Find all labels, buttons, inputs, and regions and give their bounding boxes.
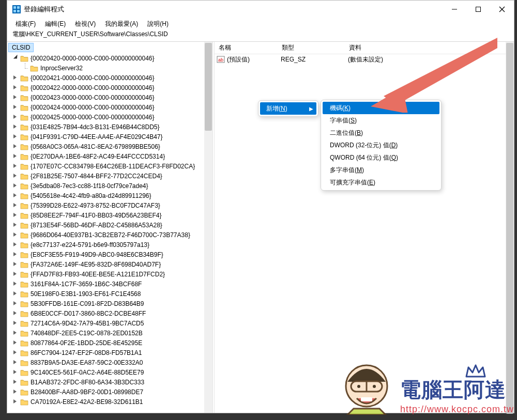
tree-node[interactable]: {041F9391-C79D-44EE-AA4E-AF4E029C4B47} [7, 132, 212, 142]
expander-closed-icon[interactable] [12, 134, 18, 139]
close-button[interactable] [490, 1, 514, 18]
expander-closed-icon[interactable] [12, 291, 18, 297]
expander-closed-icon[interactable] [12, 261, 18, 267]
tree-node[interactable]: CA70192A-E8E2-42A2-BE98-32D611B1 [7, 397, 212, 407]
tree-node[interactable]: 8837B9A5-DA3E-EA87-59C2-00E332A0 [7, 357, 212, 367]
expander-closed-icon[interactable] [12, 310, 18, 316]
tree-node[interactable]: {85D8EE2F-794F-41F0-BB03-49D56A23BEF4} [7, 210, 212, 220]
expander-closed-icon[interactable] [12, 173, 18, 179]
expander-closed-icon[interactable] [12, 252, 18, 257]
tree-node[interactable]: {E8CF3E55-F919-49D9-ABC0-948E6CB34B9F} [7, 250, 212, 259]
tree-node[interactable]: {0568A0C3-065A-481C-8EA2-679899BBE506} [7, 142, 212, 151]
expander-closed-icon[interactable] [12, 399, 18, 405]
context-menu-item-new[interactable]: 新增(N) ▶ [260, 102, 316, 115]
expander-closed-icon[interactable] [12, 212, 18, 218]
maximize-button[interactable] [466, 1, 490, 18]
tree-node[interactable]: 5B30FFDB-161E-C091-8F2D-D83B64B9 [7, 299, 212, 308]
tree-node[interactable]: {9686D064-40E937B1-3CB2EB72-F46D700C-73B… [7, 230, 212, 240]
menu-favorites[interactable]: 我的最愛(A) [102, 20, 141, 28]
col-type[interactable]: 類型 [278, 43, 345, 52]
tree-node[interactable]: 80877864-0F2E-1BDD-25DE-8E45295E [7, 338, 212, 348]
tree-node[interactable]: {FFAD7F83-FB93-40EE-BE5E-A121E1D7FCD2} [7, 269, 212, 279]
tree-node[interactable]: 50E198F0-E3B1-1903-EF61-FC1E4568 [7, 289, 212, 299]
col-data[interactable]: 資料 [345, 43, 514, 52]
tree-node[interactable]: {031E4825-7B94-4dc3-B131-E946B44C8DD5} [7, 122, 212, 132]
tree-node[interactable]: {8713E54F-56BD-46DF-ABD2-C45886A53A28} [7, 220, 212, 230]
context-submenu-new[interactable]: 機碼(K)字串值(S)二進位值(B)DWORD (32-位元) 值(D)QWOR… [321, 100, 442, 191]
expander-closed-icon[interactable] [12, 95, 18, 100]
tree-node[interactable]: {00020420-0000-0000-C000-000000000046} [7, 53, 212, 63]
tree-node[interactable]: 86FC7904-1247-EF2F-08D8-FD57B1A1 [7, 348, 212, 357]
tree-node[interactable]: B1AAB372-2FDC-8F80-6A34-3B3DC333 [7, 377, 212, 387]
expander-closed-icon[interactable] [12, 163, 18, 169]
tree-node[interactable]: {5405618e-4c42-4fb9-a80a-d24d89911296} [7, 191, 212, 200]
tree-node[interactable]: {0E270DAA-1BE6-48F2-AC49-E44FCCCD5314} [7, 151, 212, 161]
tree-scrollbar[interactable] [204, 42, 212, 413]
tree-node[interactable]: 740848DF-2EE5-C19C-0878-2ED0152B [7, 328, 212, 338]
expander-closed-icon[interactable] [12, 114, 18, 120]
tree-scrollbar-thumb[interactable] [205, 43, 212, 131]
value-row[interactable]: ab(預設值)REG_SZ(數值未設定) [215, 54, 514, 65]
tree-node[interactable]: {75399D28-E622-4973-8752-BC0F7DC47AF3} [7, 200, 212, 210]
address-bar[interactable]: 電腦\HKEY_CURRENT_USER\Software\Classes\CL… [7, 29, 514, 41]
tree-child-node[interactable]: InprocServer32 [7, 63, 212, 73]
expander-closed-icon[interactable] [12, 301, 18, 306]
expander-closed-icon[interactable] [12, 320, 18, 326]
expander-closed-icon[interactable] [12, 104, 18, 110]
tree-selected-node[interactable]: CLSID [8, 43, 34, 52]
menu-help[interactable]: 說明(H) [144, 20, 172, 28]
menu-edit[interactable]: 編輯(E) [42, 20, 69, 28]
tree-node[interactable]: 72714C6A-9D42-7A79-45B1-9BC7ACD5 [7, 318, 212, 328]
expander-closed-icon[interactable] [12, 360, 18, 365]
tree-node[interactable]: {00020422-0000-0000-C000-000000000046} [7, 83, 212, 92]
expander-closed-icon[interactable] [12, 330, 18, 336]
expander-closed-icon[interactable] [12, 281, 18, 287]
context-menu-item[interactable]: 二進位值(B) [323, 127, 439, 139]
expander-closed-icon[interactable] [12, 271, 18, 277]
expander-closed-icon[interactable] [12, 242, 18, 247]
context-menu-item[interactable]: 多字串值(M) [323, 164, 439, 176]
expander-closed-icon[interactable] [12, 203, 18, 208]
minimize-button[interactable] [443, 1, 466, 18]
expander-closed-icon[interactable] [12, 379, 18, 385]
col-name[interactable]: 名稱 [215, 43, 278, 52]
tree-node[interactable]: 9C140CE5-561F-0AC2-A64E-88D5EE79 [7, 367, 212, 377]
expander-closed-icon[interactable] [12, 389, 18, 395]
context-menu-item[interactable]: QWORD (64 位元) 值(Q) [323, 151, 439, 164]
context-menu-item[interactable]: 可擴充字串值(E) [323, 176, 439, 189]
tree-node[interactable]: B28400BF-AA8D-9BF2-00D1-08998DE7 [7, 387, 212, 397]
expander-closed-icon[interactable] [12, 124, 18, 130]
context-menu-item[interactable]: DWORD (32-位元) 值(D) [323, 139, 439, 151]
expander-closed-icon[interactable] [12, 75, 18, 81]
expander-closed-icon[interactable] [12, 85, 18, 90]
expander-closed-icon[interactable] [12, 222, 18, 228]
values-scrollbar[interactable] [506, 42, 514, 413]
expander-closed-icon[interactable] [12, 350, 18, 355]
menu-file[interactable]: 檔案(F) [12, 20, 39, 28]
expander-closed-icon[interactable] [12, 193, 18, 198]
expander-closed-icon[interactable] [12, 369, 18, 375]
menu-view[interactable]: 檢視(V) [72, 20, 99, 28]
values-panel[interactable]: 名稱 類型 資料 ab(預設值)REG_SZ(數值未設定) [215, 42, 514, 413]
tree-node[interactable]: {e8c77137-e224-5791-b6e9-ff0305797a13} [7, 240, 212, 250]
expander-closed-icon[interactable] [12, 144, 18, 149]
tree-node[interactable]: {3e5dba08-7ec3-cc88-1f18-0cf79ce7ade4} [7, 181, 212, 191]
tree-node[interactable]: 3161F84A-1C7F-3659-1B6C-34BCF68F [7, 279, 212, 289]
context-menu-item[interactable]: 機碼(K) [323, 102, 439, 114]
expander-open-icon[interactable] [12, 55, 18, 61]
tree-node[interactable]: {00020423-0000-0000-C000-000000000046} [7, 92, 212, 102]
expander-closed-icon[interactable] [12, 340, 18, 346]
tree-node[interactable]: 6B8E0CCF-D017-3860-8BC2-DCBE48FF [7, 308, 212, 318]
expander-closed-icon[interactable] [12, 232, 18, 238]
expander-closed-icon[interactable] [12, 153, 18, 159]
tree-node[interactable]: {2F81B25E-7507-4844-BFF2-77D2CC24CED4} [7, 171, 212, 181]
context-menu-new[interactable]: 新增(N) ▶ [258, 100, 318, 117]
tree-node[interactable]: {00020421-0000-0000-C000-000000000046} [7, 73, 212, 83]
tree-node[interactable]: {00020424-0000-0000-C000-000000000046} [7, 102, 212, 112]
values-scrollbar-thumb[interactable] [506, 43, 513, 414]
expander-closed-icon[interactable] [12, 183, 18, 189]
tree-node[interactable]: {00020425-0000-0000-C000-000000000046} [7, 112, 212, 122]
tree-node[interactable]: {1707E07C-CC834798-E64C26EB-11DEACF3-F8F… [7, 161, 212, 171]
context-menu-item[interactable]: 字串值(S) [323, 114, 439, 127]
tree-node[interactable]: {FA372A6E-149F-4E95-832D-8F698D40AD7F} [7, 259, 212, 269]
